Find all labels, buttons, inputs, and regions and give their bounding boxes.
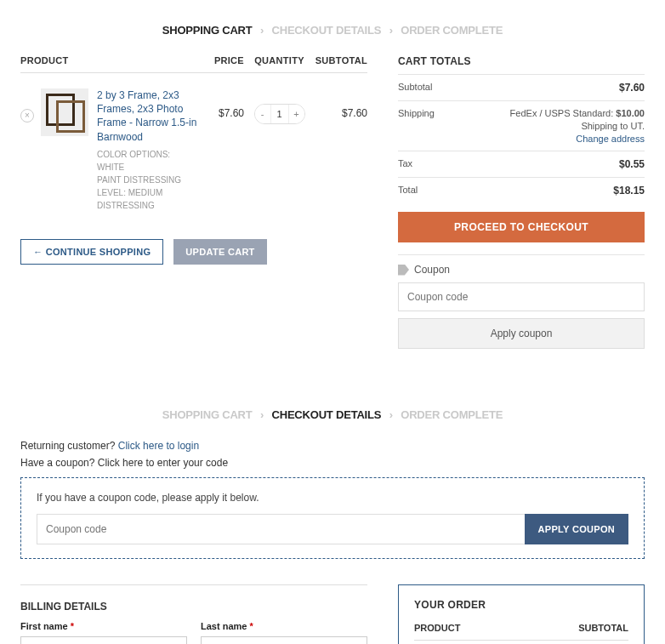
login-link[interactable]: Click here to login bbox=[118, 440, 199, 452]
update-cart-button[interactable]: UPDATE CART bbox=[173, 239, 266, 265]
proceed-to-checkout-button[interactable]: PROCEED TO CHECKOUT bbox=[398, 212, 645, 242]
checkout-stepper-1: SHOPPING CART › CHECKOUT DETAILS › ORDER… bbox=[20, 24, 645, 37]
tag-icon bbox=[398, 265, 409, 276]
first-name-input[interactable] bbox=[20, 636, 187, 644]
cart-item: × 2 by 3 Frame, 2x3 Frames, 2x3 Photo Fr… bbox=[20, 82, 367, 224]
cart-totals-title: CART TOTALS bbox=[398, 55, 645, 67]
change-address-link[interactable]: Change address bbox=[510, 134, 645, 144]
cart-table-header: PRODUCT PRICE QUANTITY SUBTOTAL bbox=[20, 55, 367, 73]
step-complete: ORDER COMPLETE bbox=[401, 24, 503, 37]
checkout-stepper-2: SHOPPING CART › CHECKOUT DETAILS › ORDER… bbox=[20, 408, 645, 421]
cart-tax: $0.55 bbox=[619, 158, 645, 170]
product-meta: COLOR OPTIONS: WHITE PAINT DISTRESSING L… bbox=[97, 148, 197, 212]
product-name-link[interactable]: 2 by 3 Frame, 2x3 Frames, 2x3 Photo Fram… bbox=[97, 88, 197, 144]
apply-coupon-blue-button[interactable]: APPLY COUPON bbox=[525, 514, 628, 544]
coupon-code-input[interactable] bbox=[398, 282, 645, 311]
step-complete-2: ORDER COMPLETE bbox=[401, 408, 503, 421]
billing-details-title: BILLING DETAILS bbox=[20, 601, 367, 613]
step-cart[interactable]: SHOPPING CART bbox=[162, 24, 253, 37]
coupon-toggle[interactable]: Coupon bbox=[398, 254, 645, 276]
item-subtotal: $7.60 bbox=[308, 88, 367, 119]
checkout-coupon-input[interactable] bbox=[37, 514, 525, 544]
returning-customer-row: Returning customer? Click here to login bbox=[20, 440, 645, 452]
step-checkout-2[interactable]: CHECKOUT DETAILS bbox=[272, 408, 382, 421]
last-name-input[interactable] bbox=[201, 636, 367, 644]
step-cart-2[interactable]: SHOPPING CART bbox=[162, 408, 253, 421]
quantity-stepper[interactable]: - 1 + bbox=[254, 104, 305, 124]
cart-subtotal: $7.60 bbox=[619, 82, 645, 94]
have-coupon-row: Have a coupon? Click here to enter your … bbox=[20, 457, 645, 469]
qty-decrease-button[interactable]: - bbox=[255, 105, 270, 123]
cart-total: $18.15 bbox=[613, 185, 645, 197]
qty-increase-button[interactable]: + bbox=[289, 105, 304, 123]
remove-item-button[interactable]: × bbox=[20, 109, 34, 123]
coupon-panel: If you have a coupon code, please apply … bbox=[20, 477, 645, 559]
shipping-price: $10.00 bbox=[616, 108, 645, 118]
product-thumbnail[interactable] bbox=[41, 88, 88, 136]
apply-coupon-button[interactable]: Apply coupon bbox=[398, 318, 645, 349]
item-price: $7.60 bbox=[197, 88, 244, 119]
your-order-panel: YOUR ORDER PRODUCT SUBTOTAL 2 by 3 Frame… bbox=[398, 584, 645, 644]
continue-shopping-button[interactable]: ← CONTINUE SHOPPING bbox=[20, 239, 163, 265]
step-checkout[interactable]: CHECKOUT DETAILS bbox=[272, 24, 382, 37]
qty-value: 1 bbox=[270, 105, 289, 123]
enter-coupon-link[interactable]: Click here to enter your code bbox=[98, 457, 228, 469]
